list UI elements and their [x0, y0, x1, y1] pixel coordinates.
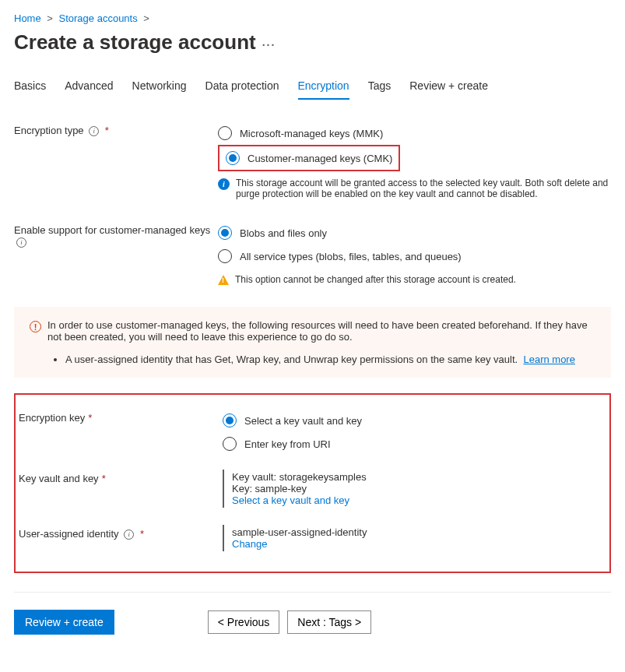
divider: [14, 592, 611, 593]
page-title: Create a storage account···: [14, 30, 611, 55]
radio-blobs-files[interactable]: Blobs and files only: [218, 221, 611, 245]
tab-encryption[interactable]: Encryption: [298, 73, 349, 100]
tab-advanced[interactable]: Advanced: [65, 73, 113, 100]
radio-mmk[interactable]: Microsoft-managed keys (MMK): [218, 121, 611, 145]
change-identity-link[interactable]: Change: [232, 538, 606, 550]
warning-icon: !: [30, 321, 41, 332]
select-key-vault-link[interactable]: Select a key vault and key: [232, 494, 606, 506]
identity-value: sample-user-assigned-identity: [232, 526, 606, 538]
encryption-key-label: Encryption key*: [19, 409, 223, 424]
radio-icon: [223, 413, 237, 427]
tab-basics[interactable]: Basics: [14, 73, 46, 100]
radio-icon: [218, 249, 232, 263]
tab-networking[interactable]: Networking: [132, 73, 187, 100]
tab-tags[interactable]: Tags: [368, 73, 392, 100]
highlight-cmk: Customer-managed keys (CMK): [218, 145, 400, 171]
radio-select-keyvault[interactable]: Select a key vault and key: [223, 409, 606, 432]
next-button[interactable]: Next : Tags >: [287, 610, 371, 634]
tab-data-protection[interactable]: Data protection: [205, 73, 279, 100]
key-vault-label: Key vault and key*: [19, 470, 223, 484]
enable-support-label: Enable support for customer-managed keys…: [14, 221, 218, 248]
info-icon[interactable]: i: [16, 237, 26, 248]
previous-button[interactable]: < Previous: [208, 610, 280, 634]
review-create-button[interactable]: Review + create: [14, 610, 114, 635]
chevron-right-icon: >: [143, 12, 149, 24]
key-vault-name: Key vault: storagekeysamples: [232, 471, 606, 483]
info-icon[interactable]: i: [89, 126, 99, 136]
tabs: Basics Advanced Networking Data protecti…: [14, 73, 611, 100]
radio-icon: [218, 126, 232, 140]
breadcrumb-home[interactable]: Home: [14, 12, 41, 24]
breadcrumb-storage[interactable]: Storage accounts: [59, 12, 138, 24]
chevron-right-icon: >: [47, 12, 53, 24]
encryption-type-info: This storage account will be granted acc…: [236, 178, 611, 199]
radio-enter-uri[interactable]: Enter key from URI: [223, 432, 606, 456]
user-assigned-identity-label: User-assigned identity i *: [19, 525, 223, 540]
prerequisites-banner: ! In order to use customer-managed keys,…: [14, 307, 611, 378]
banner-bullet: A user-assigned identity that has Get, W…: [65, 354, 595, 365]
encryption-key-section: Encryption key* Select a key vault and k…: [14, 393, 611, 573]
radio-icon: [223, 437, 237, 451]
tab-review-create[interactable]: Review + create: [409, 73, 488, 100]
info-icon: i: [218, 178, 230, 190]
more-icon[interactable]: ···: [262, 39, 276, 51]
encryption-type-label: Encryption type i *: [14, 121, 218, 136]
learn-more-link[interactable]: Learn more: [523, 354, 574, 365]
warning-icon: [218, 275, 229, 285]
info-icon[interactable]: i: [124, 530, 134, 540]
radio-all-services[interactable]: All service types (blobs, files, tables,…: [218, 245, 611, 268]
footer-buttons: Review + create < Previous Next : Tags >: [14, 610, 611, 635]
breadcrumb: Home > Storage accounts >: [14, 12, 611, 24]
radio-icon: [226, 151, 240, 165]
radio-cmk[interactable]: Customer-managed keys (CMK): [226, 150, 392, 167]
banner-text: In order to use customer-managed keys, t…: [47, 319, 595, 343]
radio-icon: [218, 226, 232, 240]
key-name: Key: sample-key: [232, 483, 606, 494]
enable-support-warning: This option cannot be changed after this…: [235, 274, 516, 285]
